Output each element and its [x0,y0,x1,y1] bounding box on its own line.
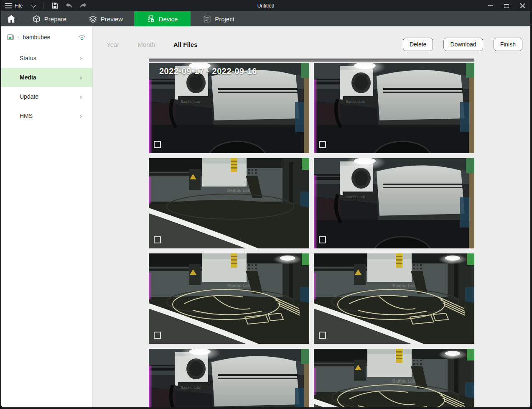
media-thumbnail[interactable] [314,349,474,407]
camera-snapshot-image [314,349,474,407]
titlebar-divider [43,3,43,9]
camera-snapshot-image [314,63,474,153]
thumbnail-date-overlay: 2022-09-17 - 2022-09-16 [159,66,257,76]
sidebar-menu: Status › Media › Update › HMS › [1,49,92,125]
sidebar-item-update[interactable]: Update › [1,87,92,106]
camera-snapshot-image [149,253,309,344]
preview-layers-icon [89,15,97,23]
camera-snapshot-image [149,349,309,407]
camera-snapshot-image [149,158,309,248]
media-thumbnail[interactable] [314,63,474,153]
chevron-right-icon: › [79,74,82,82]
filter-month[interactable]: Month [137,41,155,48]
save-icon [51,2,59,9]
chevron-right-icon: › [80,93,82,101]
filter-all-files[interactable]: All Files [173,41,198,48]
redo-button[interactable] [76,0,90,11]
chevron-right-icon: › [18,34,19,40]
app-window: Untitled File [0,0,532,409]
sidebar-item-hms[interactable]: HMS › [1,106,92,125]
tab-project-label: Project [215,15,234,23]
tab-prepare[interactable]: Prepare [21,11,78,26]
printer-name: bambubee [23,34,50,41]
media-grid: 2022-09-17 - 2022-09-16 [149,63,474,407]
file-menu-button[interactable]: File [1,0,39,11]
device-sidebar: › bambubee Status › Media › Upda [1,26,93,407]
thumbnail-checkbox[interactable] [319,141,326,148]
chevron-right-icon: › [80,112,82,120]
media-thumbnail[interactable]: 2022-09-17 - 2022-09-16 [149,63,309,153]
thumbnail-checkbox[interactable] [154,236,161,243]
media-actions: Delete Download Finish [403,38,522,51]
tab-home[interactable] [1,11,21,26]
device-icon [147,15,155,23]
filter-year[interactable]: Year [107,41,119,48]
sidebar-item-label: HMS [20,112,33,119]
thumbnail-checkbox[interactable] [319,236,326,243]
sidebar-item-media[interactable]: Media › [1,68,92,87]
thumbnail-checkbox[interactable] [319,332,326,339]
media-thumbnail[interactable] [314,158,474,248]
tab-device[interactable]: Device [134,11,191,26]
media-thumbnail[interactable] [314,253,474,344]
sidebar-item-status[interactable]: Status › [1,49,92,68]
delete-button[interactable]: Delete [403,38,433,51]
media-header: Year Month All Files Delete Download Fin… [93,26,530,52]
media-thumbnail[interactable] [149,253,309,344]
printer-selector[interactable]: › bambubee [7,31,87,43]
prepare-cube-icon [33,15,41,23]
media-scroll-area[interactable]: 2022-09-17 - 2022-09-16 [93,52,530,407]
chevron-right-icon: › [80,54,82,62]
titlebar: Untitled File [1,0,530,11]
tabbar: Prepare Preview Device Project [1,11,530,26]
save-button[interactable] [48,0,62,11]
tab-prepare-label: Prepare [44,15,66,23]
scroll-remnant-strip [149,59,474,62]
media-thumbnail[interactable] [149,158,309,248]
chevron-down-icon [31,3,36,7]
undo-button[interactable] [62,0,76,11]
media-thumbnail[interactable] [149,349,309,407]
minimize-button[interactable] [483,0,499,11]
tab-preview[interactable]: Preview [78,11,134,26]
close-icon [520,3,525,8]
hamburger-icon [5,3,12,8]
sidebar-item-label: Update [20,93,38,100]
thumbnail-checkbox[interactable] [154,332,161,339]
redo-icon [79,3,87,9]
tab-project[interactable]: Project [191,11,247,26]
home-icon [7,15,16,23]
tab-device-label: Device [159,15,178,23]
file-menu-label: File [15,3,23,9]
tab-preview-label: Preview [101,15,123,23]
camera-snapshot-image [149,63,309,153]
sidebar-item-label: Media [20,74,36,81]
sidebar-item-label: Status [20,55,36,61]
minimize-icon [488,5,493,6]
thumbnail-checkbox[interactable] [154,141,161,148]
maximize-icon [504,4,509,8]
maximize-button[interactable] [499,0,514,11]
camera-snapshot-image [314,253,474,344]
camera-snapshot-image [314,158,474,248]
undo-icon [65,3,73,9]
finish-button[interactable]: Finish [494,38,522,51]
wifi-icon [77,34,87,41]
project-list-icon [203,15,211,23]
printer-icon [7,33,14,41]
download-button[interactable]: Download [443,38,483,51]
media-panel: Year Month All Files Delete Download Fin… [93,26,530,407]
close-button[interactable] [514,0,530,11]
